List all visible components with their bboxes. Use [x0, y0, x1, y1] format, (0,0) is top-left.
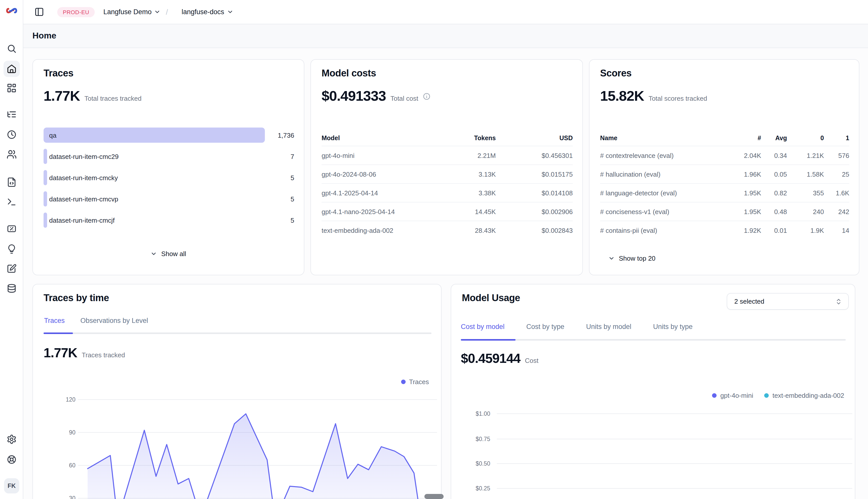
column-header: 0 [787, 135, 824, 142]
langfuse-logo-icon[interactable] [5, 4, 18, 17]
chevron-down-icon [154, 9, 161, 15]
list-tree-icon[interactable] [7, 109, 17, 119]
horizontal-scrollbar-thumb[interactable] [424, 494, 444, 499]
trace-bar-row[interactable]: qa1,736 [44, 124, 294, 146]
sidebar: FK [0, 0, 23, 499]
bar-value: 1,736 [278, 124, 294, 146]
trace-bar-row[interactable]: dataset-run-item-cmcjf5 [44, 209, 294, 231]
legend-item[interactable]: gpt-4o-mini [712, 392, 753, 399]
settings-gear-icon[interactable] [7, 434, 17, 445]
search-icon[interactable] [7, 44, 17, 54]
traces-tracked: 1.77K [44, 345, 77, 361]
database-icon[interactable] [7, 283, 17, 293]
table-cell: 0.34 [761, 151, 787, 159]
table-row[interactable]: gpt-4.1-2025-04-143.38K$0.014108 [322, 183, 573, 202]
table-cell: # conciseness-v1 (eval) [600, 208, 731, 215]
chart-legend: gpt-4o-minitext-embedding-ada-002 [712, 392, 844, 399]
table-cell: 0.05 [761, 170, 787, 178]
table-cell: # contains-pii (eval) [600, 227, 731, 234]
table-cell: gpt-4o-mini [322, 151, 438, 159]
legend-item[interactable]: Traces [401, 378, 429, 386]
legend-item[interactable]: text-embedding-ada-002 [764, 392, 844, 399]
traces-tracked-label: Traces tracked [82, 351, 125, 359]
org-switcher[interactable]: Langfuse Demo [103, 8, 161, 16]
table-cell: $0.002906 [496, 208, 573, 215]
show-all-button[interactable]: Show all [33, 250, 304, 258]
sidebar-toggle-icon[interactable] [34, 7, 44, 17]
terminal-icon[interactable] [7, 197, 17, 207]
table-cell: 576 [824, 151, 849, 159]
table-row[interactable]: # hallucination (eval)1.96K0.051.58K25 [600, 165, 849, 183]
column-header: USD [496, 135, 573, 142]
model-usage-card: Model Usage 2 selected Cost by modelCost… [451, 284, 855, 499]
table-row[interactable]: # contextrelevance (eval)2.04K0.341.21K5… [600, 146, 849, 165]
tab-cost-by-type[interactable]: Cost by type [526, 323, 564, 338]
column-header: Name [600, 135, 731, 142]
environment-badge[interactable]: PROD-EU [57, 7, 95, 17]
column-header: 1 [824, 135, 849, 142]
project-switcher[interactable]: langfuse-docs [181, 8, 233, 16]
life-buoy-icon[interactable] [7, 454, 17, 465]
table-row[interactable]: # contains-pii (eval)1.92K0.011.9K14 [600, 221, 849, 239]
table-header-row: Name#Avg01 [600, 131, 849, 146]
y-axis-tick-label: 90 [69, 429, 75, 436]
column-header: # [731, 135, 761, 142]
bar-fill [44, 170, 47, 185]
show-top-20-button[interactable]: Show top 20 [608, 255, 656, 262]
table-row[interactable]: # language-detector (eval)1.95K0.823551.… [600, 183, 849, 202]
bar-value: 7 [291, 146, 294, 167]
bar-value: 5 [291, 167, 294, 188]
info-icon[interactable] [423, 92, 430, 100]
lightbulb-icon[interactable] [7, 244, 17, 254]
table-cell: 242 [824, 208, 849, 215]
file-code-icon[interactable] [7, 177, 17, 187]
scores-total: 15.82K [600, 88, 644, 104]
table-row[interactable]: gpt-4o-2024-08-063.13K$0.015175 [322, 165, 573, 183]
tab-units-by-type[interactable]: Units by type [653, 323, 692, 338]
table-row[interactable]: gpt-4.1-nano-2025-04-1414.45K$0.002906 [322, 202, 573, 221]
tab-observations-by-level[interactable]: Observations by Level [81, 317, 148, 331]
users-icon[interactable] [7, 149, 17, 159]
table-row[interactable]: # conciseness-v1 (eval)1.95K0.48240242 [600, 202, 849, 221]
table-cell: 0.48 [761, 208, 787, 215]
tab-track [44, 332, 431, 334]
home-icon[interactable] [7, 64, 17, 74]
y-axis-tick-label: 60 [69, 462, 75, 468]
bar-fill [44, 127, 265, 143]
table-cell: $0.015175 [496, 170, 573, 178]
trace-bar-row[interactable]: dataset-run-item-cmc297 [44, 146, 294, 167]
table-cell: 1.21K [787, 151, 824, 159]
y-axis-tick-label: $0.50 [476, 460, 490, 467]
table-cell: # contextrelevance (eval) [600, 151, 731, 159]
table-cell: # language-detector (eval) [600, 189, 731, 197]
tab-units-by-model[interactable]: Units by model [586, 323, 631, 338]
project-name: langfuse-docs [181, 8, 224, 16]
clock-icon[interactable] [7, 130, 17, 140]
traces-total-label: Total traces tracked [84, 95, 141, 102]
tab-cost-by-model[interactable]: Cost by model [461, 323, 504, 338]
model-select-value: 2 selected [734, 297, 764, 305]
percent-square-icon[interactable] [7, 224, 17, 234]
traces-total: 1.77K [44, 88, 80, 104]
model-select-dropdown[interactable]: 2 selected [727, 293, 849, 310]
chevrons-up-down-icon [835, 298, 842, 305]
table-row[interactable]: gpt-4o-mini2.21M$0.456301 [322, 146, 573, 165]
org-name: Langfuse Demo [103, 8, 152, 16]
trace-bar-row[interactable]: dataset-run-item-cmcky5 [44, 167, 294, 188]
table-cell: gpt-4.1-2025-04-14 [322, 189, 438, 197]
user-avatar[interactable]: FK [4, 478, 19, 494]
trace-bar-row[interactable]: dataset-run-item-cmcvp5 [44, 188, 294, 209]
dashboard-grid-icon[interactable] [7, 83, 17, 93]
table-cell: $0.456301 [496, 151, 573, 159]
traces-by-time-card: Traces by time TracesObservations by Lev… [33, 284, 442, 499]
usage-cost: $0.459144 [461, 351, 520, 366]
tab-traces[interactable]: Traces [44, 317, 65, 331]
traces-card: Traces 1.77K Total traces tracked qa1,73… [33, 59, 304, 275]
square-pen-icon[interactable] [7, 264, 17, 274]
table-cell: 1.92K [731, 227, 761, 234]
legend-label: Traces [409, 378, 429, 386]
table-row[interactable]: text-embedding-ada-00228.43K$0.002843 [322, 221, 573, 239]
y-axis-tick-label: $1.00 [476, 411, 490, 417]
bar-fill [44, 149, 47, 164]
table-cell: 1.6K [824, 189, 849, 197]
